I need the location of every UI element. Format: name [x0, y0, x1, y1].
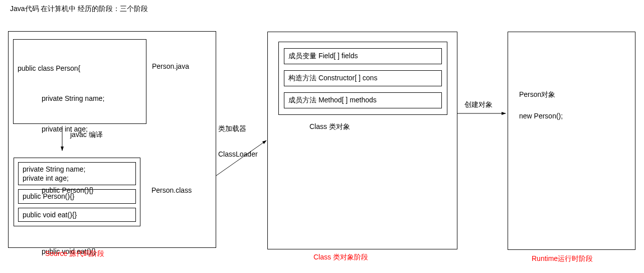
person-java-code: public class Person{ private String name…	[13, 39, 146, 124]
class-object-caption: Class 类对象	[309, 122, 350, 131]
javac-label: javac 编译	[70, 130, 103, 140]
stage-runtime-box	[508, 32, 635, 250]
create-object-label: 创建对象	[464, 100, 493, 109]
runtime-object-label: Person对象	[519, 90, 555, 99]
compiled-row: public void eat(){}	[18, 208, 136, 222]
page-title: Java代码 在计算机中 经历的阶段：三个阶段	[10, 5, 148, 14]
stage-source-label: Source 源代码阶段	[45, 249, 104, 258]
class-fields-row: 成员变量 Field[ ] fields	[284, 48, 442, 64]
code-line: public class Person{	[18, 63, 142, 73]
compiled-row: public Person(){}	[18, 189, 136, 203]
compiled-row: private String name; private int age;	[18, 162, 136, 185]
class-object-box: 成员变量 Field[ ] fields 构造方法 Constructor[ ]…	[278, 42, 447, 115]
file-java-label: Person.java	[152, 62, 189, 70]
file-class-label: Person.class	[151, 186, 192, 194]
classloader-label-cn: 类加载器	[218, 124, 246, 133]
code-line: private String name;	[42, 93, 142, 103]
classloader-label-en: ClassLoader	[218, 150, 258, 158]
svg-line-1	[216, 141, 266, 176]
stage-runtime-label: Runtime运行时阶段	[532, 254, 593, 263]
class-constructors-row: 构造方法 Constructor[ ] cons	[284, 70, 442, 86]
class-methods-row: 成员方法 Method[ ] methods	[284, 92, 442, 108]
runtime-new-label: new Person();	[519, 112, 563, 120]
stage-class-label: Class 类对象阶段	[313, 253, 368, 262]
person-class-box: private String name; private int age; pu…	[14, 158, 140, 226]
